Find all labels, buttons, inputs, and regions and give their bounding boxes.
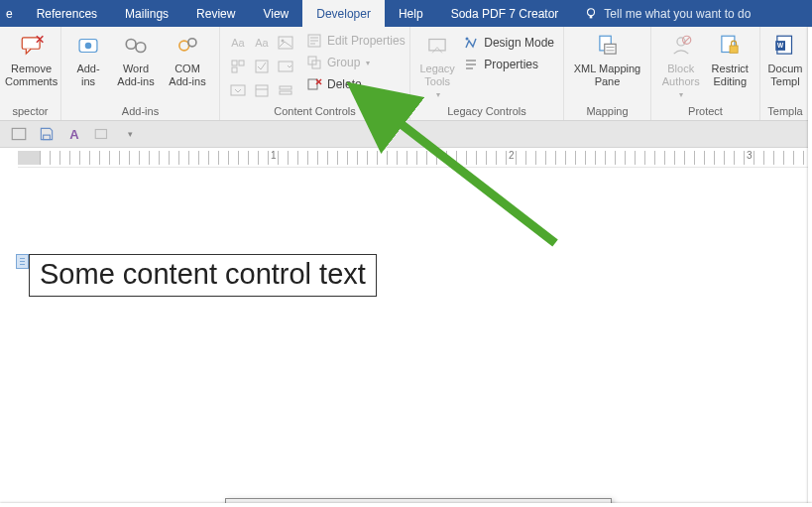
- group-label: Group: [327, 56, 360, 69]
- delete-button[interactable]: Delete: [302, 75, 409, 93]
- horizontal-ruler[interactable]: 1 2 3: [18, 148, 812, 168]
- tab-partial[interactable]: e: [0, 0, 23, 27]
- remove-comments-icon: [18, 32, 46, 60]
- group-icon: [306, 55, 322, 70]
- cc-richtext-icon[interactable]: Aa: [227, 32, 249, 54]
- qb-font-icon[interactable]: A: [65, 125, 83, 143]
- cc-plaintext-icon[interactable]: Aa: [251, 32, 273, 54]
- legacy-tools-label: Legacy Tools: [419, 63, 454, 87]
- cc-checkbox-icon[interactable]: [251, 56, 273, 77]
- block-authors-label: Block Authors: [662, 63, 700, 87]
- tell-me-search[interactable]: Tell me what you want to do: [572, 0, 762, 27]
- design-mode-label: Design Mode: [484, 36, 554, 50]
- svg-rect-45: [730, 46, 738, 53]
- tab-help[interactable]: Help: [385, 0, 437, 27]
- block-authors-icon: [667, 32, 695, 60]
- cc-buildingblock-icon[interactable]: [227, 56, 249, 77]
- svg-point-7: [126, 40, 136, 50]
- tab-review[interactable]: Review: [182, 0, 249, 27]
- addins-label: Add- ins: [76, 63, 99, 87]
- cc-combobox-icon[interactable]: [275, 56, 296, 77]
- svg-rect-19: [256, 85, 268, 96]
- lightbulb-icon: [584, 7, 598, 21]
- svg-rect-18: [231, 85, 245, 95]
- svg-rect-29: [308, 79, 317, 89]
- tab-mailings[interactable]: Mailings: [111, 0, 182, 27]
- properties-label: Properties: [484, 58, 538, 71]
- svg-rect-14: [239, 61, 244, 65]
- tab-references[interactable]: References: [23, 0, 111, 27]
- design-mode-button[interactable]: Design Mode: [459, 34, 558, 52]
- design-mode-icon: [463, 35, 479, 51]
- document-template-icon: W: [771, 32, 799, 60]
- tab-soda-pdf[interactable]: Soda PDF 7 Creator: [437, 0, 573, 27]
- word-addins-label: Word Add-ins: [117, 63, 154, 87]
- group-legacy-label: Legacy Controls: [410, 105, 563, 120]
- qb-icon-1[interactable]: [10, 125, 28, 143]
- chevron-down-icon: ▾: [436, 90, 440, 99]
- cc-dropdown-icon[interactable]: [227, 79, 249, 101]
- svg-point-6: [85, 43, 92, 50]
- com-addins-button[interactable]: COM Add-ins: [162, 30, 213, 87]
- edit-properties-button[interactable]: Edit Properties: [302, 32, 409, 50]
- content-control-handle[interactable]: [16, 254, 29, 269]
- properties-button[interactable]: Properties: [459, 56, 558, 73]
- restrict-editing-button[interactable]: Restrict Editing: [706, 30, 755, 87]
- group-templates-label: Templa: [760, 105, 810, 120]
- cc-datepicker-icon[interactable]: [251, 79, 273, 101]
- svg-point-8: [136, 43, 146, 53]
- restrict-editing-icon: [716, 32, 744, 60]
- tab-developer[interactable]: Developer: [302, 0, 385, 27]
- svg-point-33: [466, 38, 469, 41]
- chevron-down-icon: ▾: [679, 90, 683, 99]
- svg-rect-21: [280, 86, 291, 89]
- document-template-label: Docum Templ: [768, 63, 803, 87]
- svg-point-0: [588, 8, 595, 15]
- svg-point-10: [188, 39, 196, 47]
- qb-icon-4[interactable]: [93, 125, 111, 143]
- group-mapping-label: Mapping: [564, 105, 650, 120]
- tell-me-label: Tell me what you want to do: [604, 7, 751, 21]
- group-code-label: spector: [0, 105, 60, 120]
- svg-rect-2: [22, 38, 40, 49]
- legacy-tools-icon: [423, 32, 451, 60]
- group-addins-label: Add-ins: [61, 105, 219, 120]
- cc-picture-icon[interactable]: [275, 32, 296, 54]
- group-button[interactable]: Group▾: [302, 54, 409, 71]
- svg-text:W: W: [777, 42, 784, 49]
- qb-save-icon[interactable]: [38, 125, 56, 143]
- content-control-text[interactable]: Some content control text: [29, 254, 377, 297]
- document-template-button[interactable]: W Docum Templ: [765, 30, 805, 87]
- svg-rect-49: [12, 128, 26, 139]
- svg-rect-16: [256, 61, 268, 72]
- svg-rect-50: [44, 135, 51, 140]
- svg-rect-32: [429, 40, 445, 51]
- xml-mapping-button[interactable]: XML Mapping Pane: [569, 30, 645, 87]
- properties-icon: [306, 33, 322, 49]
- com-addins-icon: [174, 32, 201, 60]
- tab-view[interactable]: View: [249, 0, 302, 27]
- content-control-gallery: Aa Aa: [225, 30, 302, 101]
- restrict-editing-label: Restrict Editing: [712, 63, 749, 87]
- word-window: e References Mailings Review View Develo…: [0, 0, 812, 507]
- com-addins-label: COM Add-ins: [169, 63, 205, 87]
- cc-repeating-icon[interactable]: [275, 79, 296, 101]
- remove-comments-button[interactable]: Remove Comments: [5, 30, 58, 87]
- legacy-tools-button[interactable]: Legacy Tools▾: [415, 30, 459, 99]
- properties-list-icon: [463, 57, 479, 72]
- svg-rect-22: [280, 91, 291, 94]
- group-content-controls-label: Content Controls: [220, 105, 409, 120]
- ribbon-tabs: e References Mailings Review View Develo…: [0, 0, 812, 27]
- svg-point-41: [677, 38, 685, 46]
- ruler-mark-1: 1: [271, 150, 277, 161]
- chevron-down-icon[interactable]: ▾: [121, 125, 139, 143]
- word-addins-button[interactable]: Word Add-ins: [110, 30, 162, 87]
- addins-button[interactable]: Add- ins: [66, 30, 110, 87]
- svg-rect-38: [604, 44, 615, 54]
- svg-rect-51: [95, 130, 106, 139]
- ruler-mark-3: 3: [747, 150, 753, 161]
- document-page[interactable]: Some content control text CONTAINS CONTE…: [0, 168, 812, 507]
- ribbon: Remove Comments spector Add- ins Word Ad…: [0, 27, 812, 121]
- block-authors-button[interactable]: Block Authors▾: [656, 30, 706, 99]
- remove-comments-label: Remove Comments: [5, 63, 58, 87]
